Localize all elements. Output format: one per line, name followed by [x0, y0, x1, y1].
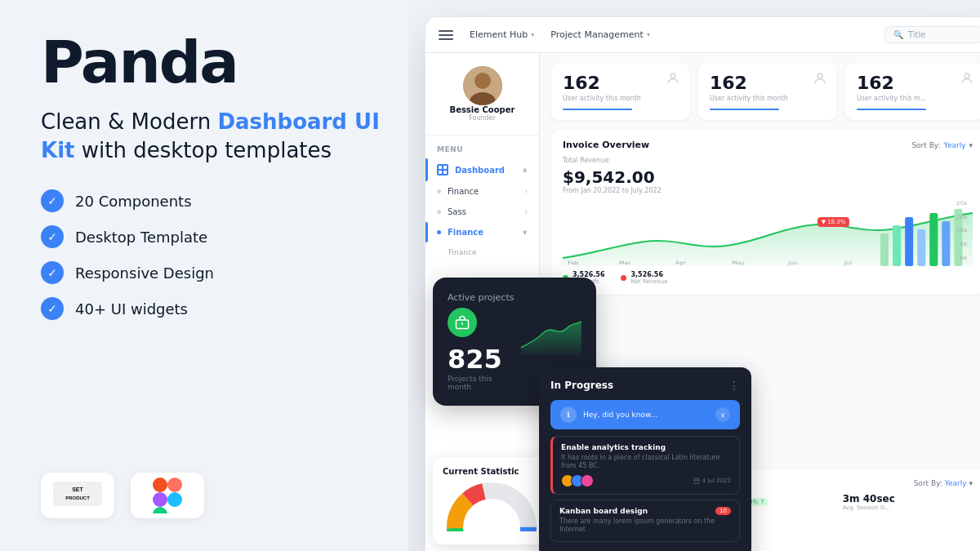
- nav-element-hub[interactable]: Element Hub ▾: [470, 29, 534, 40]
- search-bar[interactable]: 🔍 Title: [884, 26, 980, 43]
- svg-text:20k: 20k: [956, 215, 968, 220]
- svg-text:0k: 0k: [960, 256, 968, 261]
- dashboard-topnav: Element Hub ▾ Project Management ▾ 🔍 Tit…: [425, 17, 980, 53]
- svg-text:PRODUCT: PRODUCT: [65, 495, 90, 500]
- stat-underline-1: [563, 109, 632, 110]
- profile-role: Founder: [469, 114, 496, 122]
- svg-rect-4: [167, 478, 182, 492]
- check-icon-widgets: [41, 297, 64, 320]
- revenue-chart: Feb Mar Apr May Jun Jul 25k 20k 15k 5k: [563, 201, 973, 266]
- right-section: Element Hub ▾ Project Management ▾ 🔍 Tit…: [408, 0, 980, 551]
- dashboard-icon: [437, 164, 448, 176]
- nav-project-management[interactable]: Project Management ▾: [550, 29, 650, 40]
- revenue-amount: $9,542.00: [563, 167, 973, 187]
- second-sort-value: Yearly: [945, 479, 967, 487]
- svg-point-12: [817, 73, 822, 78]
- sidebar-finance-sub-label: Finance: [448, 228, 483, 237]
- revenue-date: From Jan 20,2022 to July,2022: [563, 187, 973, 194]
- sidebar-dashboard-label: Dashboard: [455, 166, 505, 175]
- svg-text:15k: 15k: [956, 228, 968, 233]
- dot-icon-finance: [437, 189, 441, 193]
- notification-bar: ℹ Hey, did you know... ∨: [550, 400, 740, 429]
- feature-widgets-label: 40+ UI widgets: [75, 300, 188, 318]
- task-analytics-footer: 4 Jul 2022: [561, 474, 731, 487]
- user-icon-3: [960, 71, 974, 86]
- calendar-icon: [693, 478, 700, 484]
- svg-rect-34: [694, 478, 699, 483]
- feature-responsive-label: Responsive Design: [75, 264, 214, 282]
- svg-point-11: [670, 73, 675, 78]
- svg-rect-17: [917, 229, 925, 266]
- in-progress-card: In Progress ⋮ ℹ Hey, did you know... ∨ E…: [539, 367, 751, 551]
- active-projects-value: 825: [448, 344, 513, 375]
- brand-title: Panda: [41, 33, 400, 91]
- svg-text:Mar: Mar: [619, 260, 630, 266]
- mini-stat-dur-value: 3m 40sec: [843, 493, 973, 504]
- user-icon-1: [666, 71, 680, 86]
- sidebar-item-finance[interactable]: Finance ›: [425, 181, 539, 202]
- figma-logo: [131, 473, 204, 518]
- svg-rect-19: [942, 221, 950, 266]
- stat-label-3: User activity this m...: [857, 95, 973, 102]
- more-options-icon[interactable]: ⋮: [728, 379, 740, 392]
- stat-label-1: User activity this month: [563, 95, 679, 102]
- tagline-part1: Clean & Modern: [41, 109, 217, 134]
- net-revenue-dot: [621, 275, 626, 281]
- task-kanban-title: Kanban board design: [559, 507, 731, 515]
- invoice-title: Invoice Overview: [563, 140, 649, 150]
- tagline-part2: with desktop templates: [75, 138, 332, 162]
- stat-underline-3: [857, 109, 926, 110]
- svg-text:25k: 25k: [956, 201, 968, 207]
- svg-text:Jul: Jul: [844, 260, 852, 266]
- search-icon: 🔍: [893, 30, 903, 39]
- sidebar-item-dashboard[interactable]: Dashboard ∧: [425, 158, 539, 181]
- chart-area: Feb Mar Apr May Jun Jul 25k 20k 15k 5k: [563, 201, 973, 266]
- stat-value-2: 162: [710, 73, 826, 93]
- chevron-down-icon-3: ∨: [523, 229, 528, 236]
- logos-row: SET PRODUCT: [41, 473, 400, 518]
- notification-text: Hey, did you know...: [583, 411, 657, 419]
- stat-value-1: 162: [563, 73, 679, 93]
- sidebar-finance-label: Finance: [448, 187, 479, 196]
- sidebar-item-finance-footer[interactable]: Finance: [425, 242, 539, 262]
- net-revenue-label: Net Revenue: [630, 278, 667, 285]
- active-projects-label: Active projects: [448, 292, 581, 303]
- sidebar-item-sass[interactable]: Sass ›: [425, 202, 539, 222]
- stat-value-3: 162: [857, 73, 973, 93]
- set-product-logo: SET PRODUCT: [41, 473, 114, 518]
- net-metrics: 3,526.56 Net Profit 3,526.56 Net Revenue: [563, 271, 973, 285]
- stats-row: 162 User activity this month 162 User ac…: [540, 53, 980, 130]
- check-icon-desktop: [41, 225, 64, 248]
- feature-components: 20 Components: [41, 189, 400, 212]
- task-item-analytics: Enable analytics tracking It has roots i…: [550, 436, 740, 495]
- svg-text:May: May: [732, 260, 745, 266]
- mini-area-chart: [521, 316, 581, 357]
- chevron-up-icon: ∧: [523, 167, 528, 174]
- search-placeholder: Title: [908, 30, 925, 39]
- net-revenue-value: 3,526.56: [630, 271, 667, 278]
- percentage-badge: ▼ 18.3%: [817, 217, 850, 227]
- svg-rect-3: [153, 478, 167, 492]
- invoice-header: Invoice Overview Sort By: Yearly ▾: [563, 140, 973, 150]
- stat-label-2: User activity this month: [710, 95, 826, 102]
- avatar: [463, 66, 502, 105]
- task-avatar-3: [581, 474, 594, 487]
- tagline: Clean & Modern Dashboard UI Kit with des…: [41, 108, 400, 165]
- chevron-right-icon-2: ›: [525, 208, 528, 216]
- features-list: 20 Components Desktop Template Responsiv…: [41, 189, 400, 320]
- sidebar-profile: Bessie Cooper Founder: [425, 66, 539, 136]
- in-progress-header: In Progress ⋮: [550, 379, 740, 392]
- sidebar-item-finance-sub[interactable]: Finance ∨: [425, 222, 539, 242]
- briefcase-icon: [448, 308, 477, 337]
- left-section: Panda Clean & Modern Dashboard UI Kit wi…: [0, 0, 441, 551]
- dot-icon-finance-active: [437, 230, 441, 234]
- task-avatars: [561, 474, 590, 487]
- feature-desktop-label: Desktop Template: [75, 229, 207, 246]
- hamburger-icon[interactable]: [439, 30, 453, 40]
- sidebar-sass-label: Sass: [448, 207, 466, 216]
- mini-stat-dur-label: Avg. Session D...: [843, 504, 973, 511]
- nav-project-management-label: Project Management: [550, 29, 644, 40]
- chevron-down-icon-2: ▾: [647, 31, 650, 38]
- sort-value: Yearly: [944, 141, 966, 149]
- in-progress-title: In Progress: [550, 380, 613, 391]
